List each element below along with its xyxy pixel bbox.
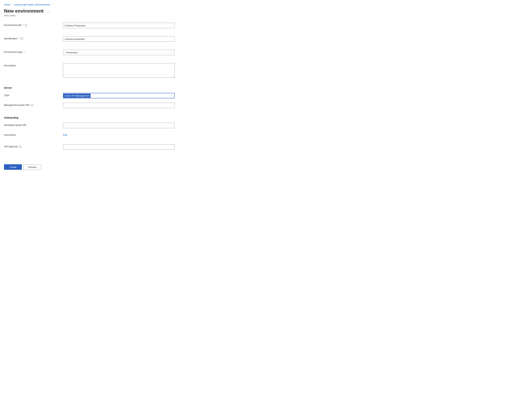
description-textarea[interactable] — [63, 63, 175, 78]
environment-type-label: Environment type* — [4, 50, 63, 53]
server-type-select[interactable]: Azure API Management — [63, 93, 175, 98]
api-approver-label: API Approver i — [4, 144, 63, 148]
required-indicator: * — [19, 37, 20, 40]
info-icon[interactable]: i — [19, 145, 22, 148]
page-title: New environment — [4, 8, 44, 14]
server-type-label: Type — [4, 93, 63, 96]
discard-button[interactable]: Discard — [23, 164, 41, 170]
chevron-right-icon: › — [12, 3, 13, 6]
page-subtitle: API Center — [4, 14, 226, 17]
management-portal-url-label: Management portal URL i — [4, 103, 63, 106]
create-button[interactable]: Create — [4, 164, 22, 170]
identification-label: Identification* i — [4, 36, 63, 40]
description-label: Description — [4, 63, 63, 67]
developer-portal-url-label: Developer portal URL — [4, 123, 63, 126]
identification-input[interactable] — [63, 36, 175, 42]
chevron-right-icon: › — [52, 3, 52, 6]
required-indicator: * — [23, 24, 24, 26]
environment-title-label: Environment title* i — [4, 23, 63, 26]
instructions-edit-link[interactable]: Edit — [63, 133, 67, 136]
server-section-heading: Server — [4, 86, 226, 89]
onboarding-section-heading: Onboarding — [4, 116, 226, 119]
breadcrumb-home[interactable]: Home — [4, 3, 10, 6]
info-icon[interactable]: i — [25, 24, 27, 26]
instructions-label: Instructions — [4, 133, 63, 136]
chevron-down-icon — [170, 94, 173, 97]
api-approver-input[interactable] — [63, 144, 175, 150]
footer-action-bar: Create Discard — [0, 162, 230, 172]
info-icon[interactable]: i — [31, 104, 33, 106]
management-portal-url-input[interactable] — [63, 103, 175, 108]
chevron-down-icon — [170, 51, 173, 54]
required-indicator: * — [24, 51, 25, 53]
environment-type-select[interactable]: Production — [63, 50, 175, 55]
info-icon[interactable]: i — [20, 37, 23, 40]
more-actions-button[interactable]: ⋯ — [47, 10, 50, 14]
developer-portal-url-input[interactable] — [63, 123, 175, 128]
breadcrumb: Home › contoso-api-center | Environments… — [4, 3, 226, 6]
environment-title-input[interactable] — [63, 23, 175, 28]
breadcrumb-center-environments[interactable]: contoso-api-center | Environments — [14, 3, 50, 6]
